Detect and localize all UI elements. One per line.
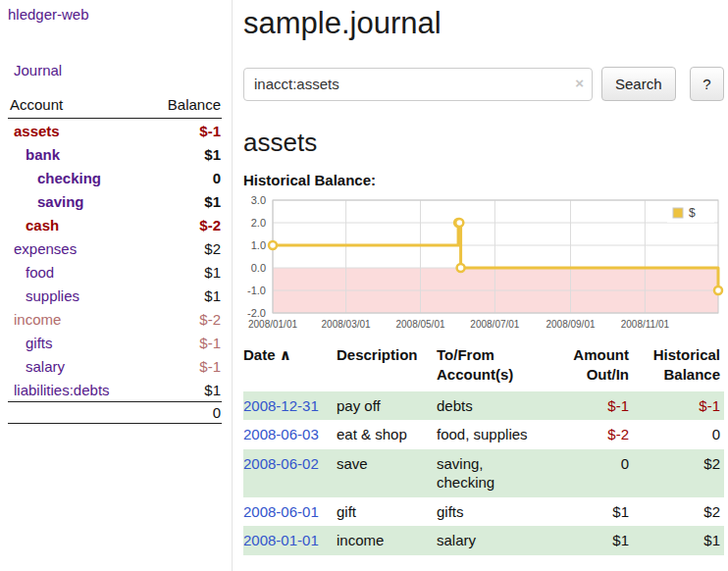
register-header-row: Date ∧ Description To/From Account(s) Am…	[243, 343, 724, 391]
account-balance: $-2	[199, 311, 221, 328]
description-cell: gift	[337, 497, 437, 527]
page-title: sample.journal	[243, 6, 724, 41]
account-column-header: Account	[10, 96, 63, 113]
y-tick-label: 3.0	[251, 194, 266, 206]
amount-cell: $-1	[545, 391, 633, 421]
data-point-marker	[269, 241, 277, 249]
account-row: assets$-1	[8, 119, 222, 142]
search-button[interactable]: Search	[601, 67, 676, 101]
search-input[interactable]	[243, 68, 593, 101]
hledger-web-page: hledger-web Journal Account Balance asse…	[0, 0, 728, 571]
data-point-marker	[457, 264, 465, 272]
account-link[interactable]: expenses	[8, 240, 77, 257]
transaction-row: 2008-06-01giftgifts$1$2	[243, 497, 724, 527]
balance-column-header: Balance	[168, 96, 221, 113]
account-row: income$-2	[8, 307, 222, 331]
account-row: food$1	[8, 260, 222, 284]
x-tick-label: 2008/07/01	[470, 319, 519, 330]
transaction-date-link[interactable]: 2008-12-31	[243, 397, 319, 414]
account-rows: assets$-1bank$1checking0saving$1cash$-2e…	[8, 119, 222, 401]
amount-cell: $-2	[545, 420, 633, 449]
legend-series-swatch	[673, 208, 683, 218]
description-column-header: Description	[337, 343, 437, 391]
account-balance: $-1	[199, 335, 221, 351]
amount-cell: $1	[545, 526, 633, 555]
transaction-date-link[interactable]: 2008-06-01	[243, 503, 319, 520]
historical-balance-cell: 0	[633, 420, 724, 449]
date-cell: 2008-06-03	[243, 420, 337, 449]
amount-cell: $1	[545, 497, 633, 527]
accounts-table-header: Account Balance	[8, 96, 222, 119]
y-tick-label: -2.0	[247, 307, 266, 319]
accounts-cell: saving, checking	[437, 449, 545, 497]
account-balance: 0	[213, 170, 221, 186]
account-balance: $-2	[199, 217, 221, 234]
transaction-row: 2008-06-02savesaving, checking0$2	[243, 449, 724, 497]
register-table: Date ∧ Description To/From Account(s) Am…	[243, 343, 724, 555]
historical-balance-cell: $-1	[633, 391, 724, 421]
date-cell: 2008-06-01	[243, 497, 337, 527]
clear-search-icon[interactable]: ×	[575, 76, 584, 91]
sidebar: hledger-web Journal Account Balance asse…	[0, 0, 233, 571]
y-tick-label: -1.0	[247, 285, 266, 296]
account-link[interactable]: cash	[8, 217, 59, 234]
accounts-cell: debts	[437, 391, 545, 421]
account-row: bank$1	[8, 142, 222, 166]
data-point-marker	[455, 219, 463, 227]
sidebar-item-journal[interactable]: Journal	[14, 62, 222, 78]
historical-balance-cell: $1	[633, 526, 724, 555]
account-link[interactable]: food	[8, 264, 54, 281]
date-column-header[interactable]: Date ∧	[243, 343, 337, 391]
description-cell: pay off	[337, 391, 437, 421]
account-link[interactable]: liabilities:debts	[8, 382, 110, 398]
historical-balance-column-header: Historical Balance	[633, 343, 724, 391]
account-row: gifts$-1	[8, 331, 222, 354]
main-content: sample.journal × Search ? assets Histori…	[243, 0, 724, 555]
account-row: saving$1	[8, 189, 222, 213]
total-balance: 0	[213, 404, 221, 421]
date-cell: 2008-01-01	[243, 526, 337, 555]
account-row: supplies$1	[8, 284, 222, 307]
y-tick-label: 2.0	[251, 217, 266, 229]
date-header-label: Date	[243, 346, 276, 363]
account-row: liabilities:debts$1	[8, 378, 222, 401]
amount-cell: 0	[545, 449, 633, 497]
accounts-total-row: 0	[8, 401, 222, 424]
account-balance: $-1	[199, 358, 221, 375]
help-button[interactable]: ?	[690, 67, 724, 101]
x-tick-label: 2008/05/01	[395, 319, 444, 330]
app-title-link[interactable]: hledger-web	[8, 6, 222, 23]
account-link[interactable]: saving	[8, 193, 84, 210]
date-cell: 2008-12-31	[243, 391, 337, 421]
transaction-date-link[interactable]: 2008-06-03	[243, 426, 319, 442]
x-tick-label: 2008/03/01	[322, 319, 371, 330]
historical-balance-cell: $2	[633, 497, 724, 527]
historical-balance-chart: $3.02.01.00.0-1.0-2.02008/01/012008/03/0…	[243, 194, 724, 332]
account-link[interactable]: assets	[8, 123, 60, 139]
transaction-date-link[interactable]: 2008-06-02	[243, 455, 319, 472]
y-tick-label: 0.0	[251, 262, 266, 274]
account-balance: $-1	[199, 123, 221, 139]
sort-ascending-icon: ∧	[280, 346, 291, 363]
account-link[interactable]: supplies	[8, 287, 79, 304]
account-link[interactable]: checking	[8, 170, 101, 186]
transaction-row: 2008-06-03eat & shopfood, supplies$-20	[243, 420, 724, 449]
accounts-table: Account Balance assets$-1bank$1checking0…	[8, 96, 222, 424]
account-balance: $1	[204, 146, 221, 163]
historical-balance-cell: $2	[633, 449, 724, 497]
chart-title: Historical Balance:	[243, 172, 724, 188]
account-link[interactable]: salary	[8, 358, 65, 375]
search-bar: × Search ?	[243, 67, 724, 101]
account-link[interactable]: gifts	[8, 335, 53, 351]
description-cell: save	[337, 449, 437, 497]
transaction-date-link[interactable]: 2008-01-01	[243, 532, 319, 548]
transaction-row: 2008-01-01incomesalary$1$1	[243, 526, 724, 555]
transaction-row: 2008-12-31pay offdebts$-1$-1	[243, 391, 724, 421]
account-row: salary$-1	[8, 354, 222, 378]
account-link[interactable]: income	[8, 311, 61, 328]
data-point-marker	[714, 286, 722, 294]
accounts-cell: food, supplies	[437, 420, 545, 449]
description-cell: eat & shop	[337, 420, 437, 449]
x-tick-label: 2008/11/01	[621, 319, 670, 330]
account-link[interactable]: bank	[8, 146, 60, 163]
